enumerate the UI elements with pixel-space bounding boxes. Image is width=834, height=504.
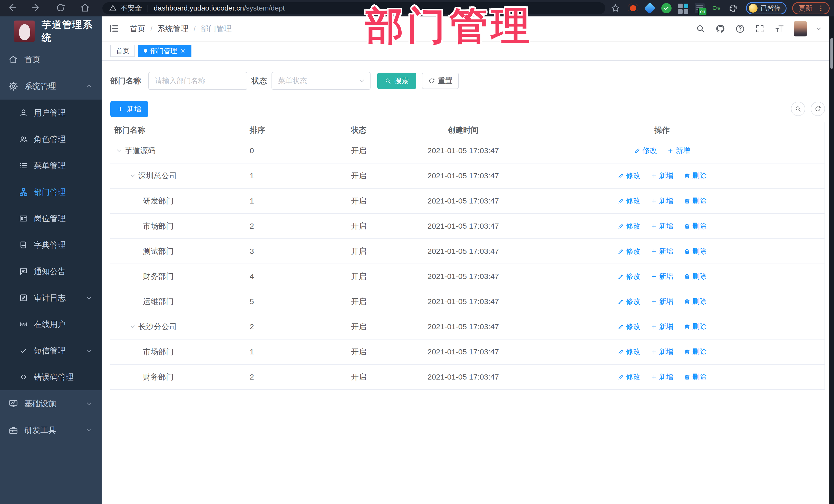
search-button[interactable]: 搜索 (377, 73, 416, 89)
sidebar-item-通知公告[interactable]: 通知公告 (0, 258, 102, 285)
gem-extension-icon[interactable] (644, 3, 655, 13)
row-action-新增[interactable]: 新增 (667, 146, 690, 155)
row-action-删除[interactable]: 删除 (684, 221, 707, 231)
sidebar-item-部门管理[interactable]: 部门管理 (0, 179, 102, 205)
sidebar-item-研发工具[interactable]: 研发工具 (0, 417, 102, 444)
chevron-down-icon (85, 400, 93, 408)
row-action-label: 删除 (692, 372, 707, 382)
row-action-删除[interactable]: 删除 (684, 171, 707, 181)
row-action-新增[interactable]: 新增 (651, 297, 674, 306)
status-select-input[interactable] (271, 72, 371, 90)
row-action-修改[interactable]: 修改 (618, 372, 640, 382)
proxy-extension-icon[interactable]: on (695, 3, 705, 13)
sidebar-item-角色管理[interactable]: 角色管理 (0, 126, 102, 152)
row-action-修改[interactable]: 修改 (618, 246, 640, 256)
tab-部门管理[interactable]: 部门管理 (138, 45, 192, 57)
sidebar-item-审计日志[interactable]: 审计日志 (0, 285, 102, 311)
browser-profile-chip[interactable]: 已暂停 (746, 2, 787, 14)
dept-status: 开启 (349, 372, 411, 382)
table-header-row: 部门名称排序状态创建时间操作 (110, 123, 825, 138)
row-action-新增[interactable]: 新增 (651, 171, 674, 181)
row-action-新增[interactable]: 新增 (651, 322, 674, 332)
row-expand-caret-icon[interactable] (115, 147, 123, 154)
help-icon[interactable] (734, 23, 746, 35)
scrollbar-thumb[interactable] (830, 38, 833, 69)
row-action-修改[interactable]: 修改 (618, 221, 640, 231)
close-icon[interactable] (180, 48, 186, 53)
row-expand-caret-icon[interactable] (129, 323, 136, 330)
plus-icon (651, 248, 657, 255)
row-action-新增[interactable]: 新增 (651, 372, 674, 382)
row-action-新增[interactable]: 新增 (651, 196, 674, 206)
user-menu-caret-icon[interactable] (815, 25, 822, 32)
sidebar-item-在线用户[interactable]: 在线用户 (0, 311, 102, 337)
sidebar-item-岗位管理[interactable]: 岗位管理 (0, 205, 102, 232)
row-action-删除[interactable]: 删除 (684, 246, 707, 256)
browser-home-button[interactable] (80, 3, 91, 14)
row-action-删除[interactable]: 删除 (684, 196, 707, 206)
green-check-extension-icon[interactable] (661, 3, 672, 13)
row-action-删除[interactable]: 删除 (684, 322, 707, 332)
dept-status: 开启 (349, 171, 411, 181)
status-select[interactable] (271, 72, 371, 90)
refresh-table-button[interactable] (811, 102, 825, 116)
sidebar-item-系统管理[interactable]: 系统管理 (0, 73, 102, 100)
app-logo[interactable]: 芋道管理系统 (0, 17, 102, 46)
row-action-新增[interactable]: 新增 (651, 246, 674, 256)
pencil-icon (618, 223, 624, 229)
sidebar-item-字典管理[interactable]: 字典管理 (0, 232, 102, 258)
puzzle-extensions-icon[interactable] (728, 3, 738, 13)
page-scrollbar[interactable] (829, 17, 834, 504)
search-icon[interactable] (695, 23, 706, 35)
row-action-修改[interactable]: 修改 (618, 196, 640, 206)
row-action-修改[interactable]: 修改 (618, 171, 640, 181)
sidebar-item-用户管理[interactable]: 用户管理 (0, 100, 102, 126)
row-action-删除[interactable]: 删除 (684, 297, 707, 306)
browser-menu-icon[interactable] (817, 4, 825, 12)
browser-update-button[interactable]: 更新 (792, 2, 830, 14)
sidebar-item-错误码管理[interactable]: 错误码管理 (0, 364, 102, 390)
key-extension-icon[interactable] (711, 3, 722, 13)
row-action-新增[interactable]: 新增 (651, 221, 674, 231)
row-action-删除[interactable]: 删除 (684, 271, 707, 281)
add-button[interactable]: 新增 (110, 101, 148, 117)
sidebar-item-短信管理[interactable]: 短信管理 (0, 337, 102, 364)
sidebar-fold-icon[interactable] (109, 23, 120, 35)
row-action-删除[interactable]: 删除 (684, 372, 707, 382)
tab-首页[interactable]: 首页 (110, 45, 135, 57)
sidebar-item-基础设施[interactable]: 基础设施 (0, 390, 102, 417)
breadcrumb-item[interactable]: 首页 (130, 24, 145, 34)
bookmark-star-icon[interactable] (611, 3, 620, 13)
user-avatar[interactable] (794, 21, 807, 37)
row-action-修改[interactable]: 修改 (618, 297, 640, 306)
reset-button[interactable]: 重置 (422, 73, 459, 89)
toggle-search-button[interactable] (791, 102, 805, 116)
adblock-extension-icon[interactable] (628, 3, 638, 13)
browser-forward-button[interactable] (31, 3, 42, 14)
browser-back-button[interactable] (7, 3, 18, 14)
row-expand-caret-icon[interactable] (129, 172, 136, 179)
row-action-修改[interactable]: 修改 (618, 347, 640, 357)
browser-reload-button[interactable] (56, 3, 67, 14)
breadcrumb-item[interactable]: 系统管理 (158, 24, 188, 34)
book-icon (19, 240, 28, 249)
row-action-新增[interactable]: 新增 (651, 271, 674, 281)
table-toolbar: 新增 (110, 101, 829, 117)
squares-extension-icon[interactable] (678, 3, 688, 13)
row-action-修改[interactable]: 修改 (618, 322, 640, 332)
font-size-icon[interactable] (774, 23, 785, 35)
table-row: 测试部门3开启2021-01-05 17:03:47修改新增删除 (110, 239, 825, 264)
row-action-修改[interactable]: 修改 (634, 146, 657, 155)
fullscreen-icon[interactable] (754, 23, 766, 35)
search-form: 部门名称 状态 搜索 重置 (110, 72, 829, 90)
github-icon[interactable] (715, 23, 726, 35)
sidebar-item-菜单管理[interactable]: 菜单管理 (0, 152, 102, 179)
row-action-修改[interactable]: 修改 (618, 271, 640, 281)
app-title: 芋道管理系统 (42, 18, 102, 44)
sidebar-item-首页[interactable]: 首页 (0, 46, 102, 73)
row-action-删除[interactable]: 删除 (684, 347, 707, 357)
row-action-新增[interactable]: 新增 (651, 347, 674, 357)
security-indicator[interactable]: 不安全 (109, 3, 142, 13)
dept-name-input[interactable] (148, 72, 247, 90)
sidebar-item-label: 审计日志 (34, 292, 66, 303)
